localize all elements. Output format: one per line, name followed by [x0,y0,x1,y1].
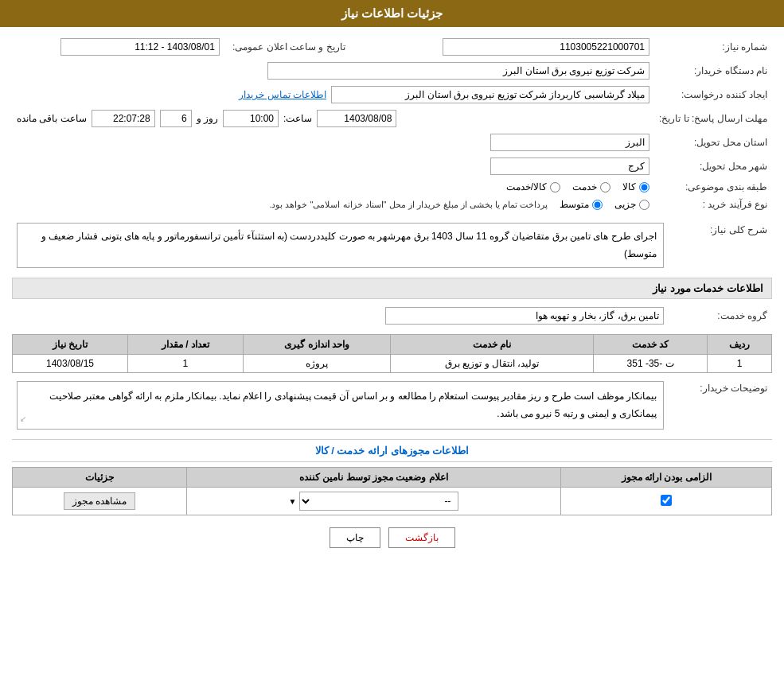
process-jozyi-option[interactable]: جزیی [614,199,649,210]
lic-col-details: جزئیات [13,468,187,488]
contact-info-link[interactable]: اطلاعات تماس خریدار [239,89,326,100]
request-number-input [443,38,649,56]
view-license-button[interactable]: مشاهده مجوز [64,492,135,510]
chevron-down-icon: ▼ [288,497,296,506]
response-deadline-label: مهلت ارسال پاسخ: تا تاریخ: [654,107,772,130]
license-status-cell: -- ▼ [186,488,560,515]
licenses-section: اطلاعات مجوزهای ارائه خدمت / کالا الزامی… [12,439,772,515]
licenses-title: اطلاعات مجوزهای ارائه خدمت / کالا [12,439,772,462]
process-note: پرداخت تمام یا بخشی از مبلغ خریدار از مح… [269,200,548,210]
back-button[interactable]: بازگشت [388,527,455,548]
description-text: اجرای طرح های تامین برق متقاضیان گروه 11… [41,231,657,259]
public-announcement-label: تاریخ و ساعت اعلان عمومی: [224,35,350,59]
buyer-name-label: نام دستگاه خریدار: [654,59,772,83]
buyer-notes-label: توضیحات خریدار: [669,378,772,433]
lic-col-required: الزامی بودن ارائه مجوز [561,468,772,488]
row-name: تولید، انتقال و توزیع برق [391,355,594,373]
row-num: 1 [708,355,772,373]
date-input [317,110,396,127]
creator-label: ایجاد کننده درخواست: [654,83,772,107]
page-title: جزئیات اطلاعات نیاز [341,6,443,20]
description-label: شرح کلی نیاز: [669,220,772,271]
col-header-name: نام خدمت [391,335,594,355]
license-status-select[interactable]: -- [299,492,458,511]
row-code: ت -35- 351 [594,355,708,373]
buyer-notes-box: بیمانکار موظف است طرح و ریز مقادیر پیوست… [17,381,664,430]
remaining-label: ساعت باقی مانده [17,113,87,124]
remaining-input [92,110,155,127]
service-group-input [385,307,664,325]
process-mota-option[interactable]: متوسط [560,199,603,210]
public-announcement-input [60,38,220,56]
table-row: 1 ت -35- 351 تولید، انتقال و توزیع برق پ… [13,355,772,373]
required-checkbox-cell [561,488,772,515]
col-header-date: تاریخ نیاز [13,335,128,355]
row-unit: پروژه [243,355,391,373]
lic-col-status: اعلام وضعیت مجوز توسط نامین کننده [186,468,560,488]
print-button[interactable]: چاپ [330,527,380,548]
days-input [160,110,192,127]
col-header-unit: واحد اندازه گیری [243,335,391,355]
services-table: ردیف کد خدمت نام خدمت واحد اندازه گیری ت… [12,334,772,373]
process-label: نوع فرآیند خرید : [654,196,772,213]
city-label: شهر محل تحویل: [654,154,772,178]
days-label: روز و [197,113,218,124]
category-kala-khedmat-option[interactable]: کالا/خدمت [506,181,560,192]
time-input [223,110,279,127]
license-details-cell: مشاهده مجوز [13,488,187,515]
province-label: استان محل تحویل: [654,130,772,154]
resize-handle: ↙ [20,412,26,426]
service-group-label: گروه خدمت: [669,304,772,328]
time-label: ساعت: [283,113,312,124]
col-header-row: ردیف [708,335,772,355]
buyer-notes-text: بیمانکار موظف است طرح و ریز مقادیر پیوست… [49,391,657,419]
creator-input [331,86,649,103]
footer-buttons: بازگشت چاپ [12,515,772,560]
city-input [490,157,649,175]
services-section-title: اطلاعات خدمات مورد نیاز [12,278,772,299]
category-label: طبقه بندی موضوعی: [654,178,772,196]
list-item: -- ▼ مشاهده مجوز [13,488,772,515]
buyer-name-input [267,62,649,80]
licenses-table: الزامی بودن ارائه مجوز اعلام وضعیت مجوز … [12,467,772,515]
category-kala-option[interactable]: کالا [622,181,649,192]
required-checkbox[interactable] [661,495,672,506]
col-header-qty: تعداد / مقدار [128,335,244,355]
description-box: اجرای طرح های تامین برق متقاضیان گروه 11… [17,223,664,268]
row-qty: 1 [128,355,244,373]
col-header-code: کد خدمت [594,335,708,355]
category-khedmat-option[interactable]: خدمت [572,181,610,192]
page-header: جزئیات اطلاعات نیاز [0,0,784,27]
province-input [490,134,649,151]
request-number-label: شماره نیاز: [654,35,772,59]
row-date: 1403/08/15 [13,355,128,373]
